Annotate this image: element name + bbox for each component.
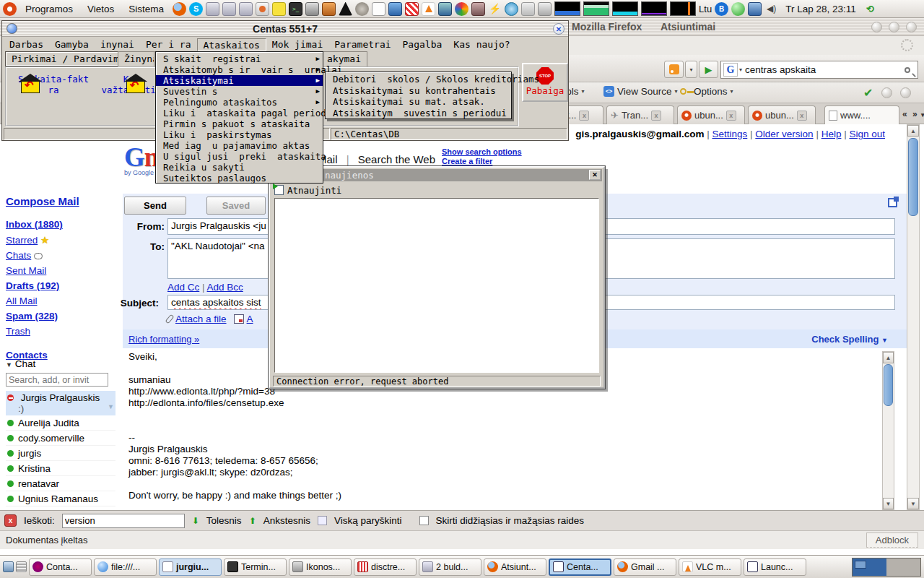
volume-icon[interactable]: ◀) (764, 2, 778, 16)
tab-scroll-right-icon[interactable]: » (912, 109, 918, 119)
dialog-close-button[interactable]: ✕ (589, 170, 601, 180)
rss-button[interactable] (664, 61, 684, 78)
submenu-item[interactable]: Atsiskaitymai su kontrahentais (326, 85, 511, 97)
chat-self-row[interactable]: Jurgis Pralgauskis :) ▼ (6, 391, 116, 415)
menu-item[interactable]: Pelningumo ataskaitos▶ (156, 97, 323, 108)
terminal-launcher-icon[interactable]: >_ (289, 2, 302, 16)
menu-item-selected[interactable]: Atsiskaitymai▶ (156, 75, 323, 86)
show-search-options-link[interactable]: Show search options (442, 147, 522, 157)
menu-programos[interactable]: Programos (19, 2, 79, 16)
sidebar-item-starred[interactable]: Starred (6, 235, 38, 246)
taskbar-item-atsiuntimai[interactable]: Atsiunt... (484, 558, 546, 576)
sign-out-link[interactable]: Sign out (849, 129, 885, 139)
new-window-icon[interactable] (888, 198, 897, 207)
engine-dropdown-icon[interactable]: ▾ (739, 66, 742, 73)
search-icon[interactable] (905, 67, 910, 73)
check-spelling-link[interactable]: Check Spelling ▼ (811, 334, 888, 345)
dictionary-app-icon[interactable] (322, 2, 336, 16)
chat-contact[interactable]: Ugnius Ramanaus (6, 491, 116, 506)
close-find-icon[interactable]: x (4, 514, 17, 527)
ubuntu-logo-icon[interactable] (3, 2, 17, 16)
menu-darbas[interactable]: Darbas (4, 38, 49, 51)
taskbar-item-terminal[interactable]: Termin... (224, 558, 287, 576)
options-menu-button[interactable]: Options▾ (680, 86, 733, 97)
chat-menu-icon[interactable]: ▼ (108, 403, 114, 410)
taskbar-item-gmail[interactable]: Gmail ... (614, 558, 676, 576)
create-filter-link[interactable]: Create a filter (442, 157, 522, 166)
editor-app-icon[interactable] (372, 2, 385, 16)
menu-item[interactable]: Pirmin s pakuot s ataskaita (156, 118, 323, 129)
monitor-load-graph[interactable] (670, 1, 696, 16)
browser-tab[interactable]: ✈Tran...x (606, 105, 674, 124)
browser-tab[interactable]: ubun...x (748, 105, 816, 124)
highlight-all-button[interactable]: Viską paryškinti (334, 515, 402, 526)
submenu-item[interactable]: Atsiskaitymai su mat. atsak. (326, 96, 511, 108)
skype-launcher-icon[interactable]: S (189, 2, 203, 16)
add-cc-link[interactable]: Add Cc (167, 282, 199, 293)
chevron-down-icon[interactable]: ▼ (6, 361, 12, 368)
taskbar-item-buld[interactable]: 2 buld... (419, 558, 481, 576)
adblock-button[interactable]: Adblock (866, 532, 918, 548)
network-monitor-icon[interactable] (748, 2, 762, 16)
ok-check-icon[interactable]: ✔ (863, 86, 873, 100)
power-manager-icon[interactable]: ⚡ (488, 2, 502, 16)
location-dropdown-button[interactable]: ▾ (685, 61, 697, 78)
submenu-item[interactable]: Atsiskaitym suvestin s periodui (326, 108, 511, 119)
inkscape-app-icon[interactable] (339, 2, 352, 16)
web-search-box[interactable]: G ▾ (720, 61, 918, 79)
menu-ataskaitos[interactable]: Ataskaitos (197, 38, 266, 51)
update-notifier-icon[interactable] (505, 2, 518, 16)
menu-item[interactable]: S skait registrai▶ (156, 53, 323, 64)
taskbar-item-file[interactable]: file:///... (94, 558, 157, 576)
menu-item[interactable]: Suteiktos paslaugos (156, 173, 323, 184)
chat-contact[interactable]: renatavar (6, 476, 116, 491)
clock[interactable]: Tr Lap 28, 23:11 (781, 4, 860, 14)
workspace-1[interactable] (853, 558, 886, 576)
menu-item[interactable]: Reikia u sakyti (156, 162, 323, 173)
view-source-button[interactable]: <>View Source▾ (603, 86, 678, 97)
notes-applet-icon[interactable] (16, 561, 27, 572)
drive-icon-1[interactable] (206, 2, 219, 16)
dialog-content-area[interactable] (274, 198, 599, 373)
minimize-button[interactable] (871, 22, 882, 33)
chat-contact[interactable]: cody.somerville (6, 431, 116, 446)
user-status-icon[interactable] (471, 2, 485, 16)
invite-icon[interactable] (234, 314, 244, 324)
menu-item[interactable]: Liku i ataskaita pagal period (156, 108, 323, 118)
menu-pagalba[interactable]: Pagalba (397, 38, 448, 51)
tab-close-icon[interactable]: x (579, 111, 589, 121)
menu-zinynai[interactable]: inynai (95, 38, 140, 51)
refresh-button[interactable]: Atnaujinti (287, 185, 341, 196)
tab-close-icon[interactable]: x (797, 111, 807, 121)
compose-mail-link[interactable]: Compose Mail (6, 195, 79, 207)
chat-contact[interactable]: Kristina (6, 461, 116, 476)
menu-gamyba[interactable]: Gamyba (49, 38, 95, 51)
taskbar-item-jurgiu[interactable]: jurgiu... (159, 558, 222, 576)
save-app-icon[interactable] (438, 2, 452, 16)
help-link[interactable]: Help (821, 129, 842, 139)
google-engine-icon[interactable]: G (723, 63, 738, 77)
invoice-button[interactable]: ↶ Sąskaita-fakt ra (15, 74, 92, 120)
menu-item[interactable]: Suvestin s▶ (156, 86, 323, 97)
monitor-swap-graph[interactable] (641, 1, 667, 16)
drive-icon-3[interactable] (239, 2, 253, 16)
taskbar-item-vlc[interactable]: VLC m... (679, 558, 741, 576)
menu-item[interactable]: Atskaitomyb s ir vair s urnalai▶ (156, 64, 323, 75)
maximize-button[interactable] (889, 22, 899, 33)
menu-item[interactable]: U sigul jusi preki ataskaita (156, 151, 323, 162)
toolbar-orb-1[interactable] (881, 87, 892, 98)
vlc-launcher-icon[interactable] (422, 2, 435, 16)
search-input[interactable] (745, 64, 905, 75)
scrollbar-thumb[interactable] (884, 364, 893, 406)
sidebar-item-sent[interactable]: Sent Mail (6, 265, 46, 276)
tab-close-icon[interactable]: x (651, 111, 661, 121)
menu-parametrai[interactable]: Parametrai (328, 38, 396, 51)
scroll-down-icon[interactable]: ▼ (907, 498, 919, 509)
firefox-launcher-icon[interactable] (173, 2, 186, 16)
taskbar-item-centas[interactable]: Centa... (549, 558, 611, 576)
tab-list-icon[interactable]: ▾ (921, 111, 924, 118)
older-version-link[interactable]: Older version (755, 129, 813, 139)
centas-close-button[interactable]: ✕ (553, 23, 565, 35)
session-logout-icon[interactable]: ⟲ (863, 2, 877, 16)
menu-item[interactable]: Med iag u pajamavimo aktas (156, 140, 323, 151)
